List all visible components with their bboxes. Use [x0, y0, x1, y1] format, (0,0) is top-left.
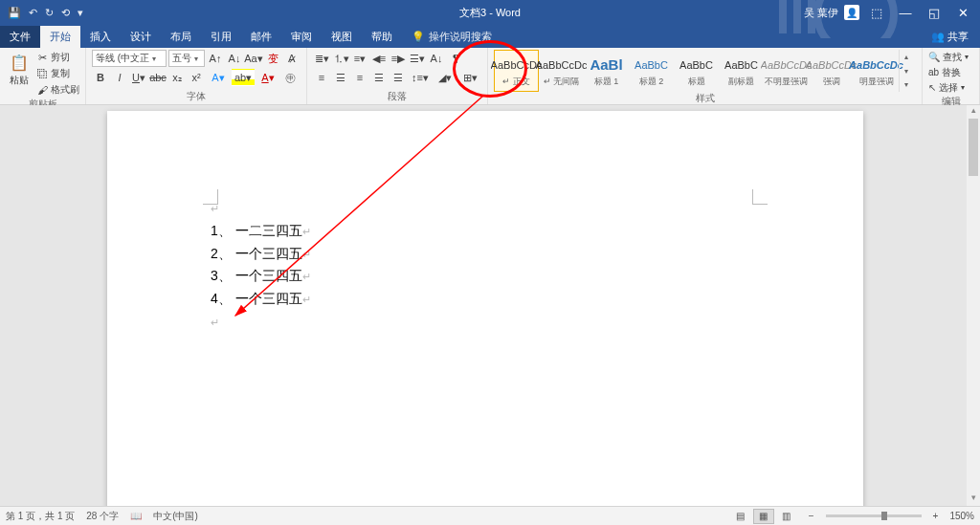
text-effects-button[interactable]: A▾	[207, 69, 230, 86]
tab-help[interactable]: 帮助	[362, 26, 402, 48]
change-case-button[interactable]: Aa▾	[245, 50, 262, 67]
style-title[interactable]: AaBbC 标题	[674, 50, 719, 92]
style-no-spacing[interactable]: AaBbCcDc ↵ 无间隔	[539, 50, 584, 92]
status-words[interactable]: 28 个字	[86, 510, 119, 523]
align-right-button[interactable]: ≡	[351, 69, 368, 86]
style-subtitle[interactable]: AaBbC 副标题	[719, 50, 764, 92]
zoom-in-button[interactable]: +	[933, 511, 939, 521]
copy-button[interactable]: ⿻复制	[35, 66, 79, 81]
document-area: ↵ 1、 一二三四五↵ 2、 一个三四五↵ 3、 一个三四五↵ 4、 一个三四五…	[0, 105, 980, 506]
tell-me-search[interactable]: 💡 操作说明搜索	[402, 26, 501, 48]
gallery-down-icon[interactable]: ▾	[900, 64, 912, 78]
font-size-combo[interactable]: 五号▾	[168, 50, 205, 67]
ribbon-display-icon[interactable]: ⬚	[865, 6, 888, 20]
document-text[interactable]: ↵ 1、 一二三四五↵ 2、 一个三四五↵ 3、 一个三四五↵ 4、 一个三四五…	[211, 197, 760, 334]
view-buttons: ▤ ▦ ▥	[730, 509, 797, 524]
superscript-button[interactable]: x²	[188, 69, 205, 86]
style-normal[interactable]: AaBbCcDc ↵ 正文	[494, 50, 539, 92]
align-left-button[interactable]: ≡	[313, 69, 330, 86]
numbering-button[interactable]: ⒈▾	[332, 50, 349, 67]
tab-references[interactable]: 引用	[201, 26, 241, 48]
status-proofing-icon[interactable]: 📖	[130, 511, 142, 521]
select-button[interactable]: ↖选择▾	[928, 80, 969, 95]
find-button[interactable]: 🔍查找▾	[928, 50, 969, 64]
share-icon: 👥	[931, 31, 947, 42]
tab-review[interactable]: 审阅	[281, 26, 322, 48]
style-subtle-emphasis[interactable]: AaBbCcDc 不明显强调	[764, 50, 809, 92]
zoom-slider[interactable]	[826, 514, 922, 517]
tab-design[interactable]: 设计	[121, 26, 161, 48]
highlight-button[interactable]: ab▾	[232, 69, 255, 86]
asian-layout-button[interactable]: ☰▾	[409, 50, 426, 67]
show-marks-button[interactable]: ¶	[447, 50, 464, 67]
multilevel-button[interactable]: ≡▾	[351, 50, 368, 67]
sort-button[interactable]: A↓	[428, 50, 445, 67]
tab-insert[interactable]: 插入	[80, 26, 121, 48]
scroll-thumb[interactable]	[969, 119, 978, 176]
minimize-button[interactable]: —	[894, 6, 917, 20]
shading-button[interactable]: ◢▾	[434, 69, 457, 86]
close-button[interactable]: ✕	[951, 6, 974, 20]
phonetic-guide-button[interactable]: 变	[264, 50, 281, 67]
borders-button[interactable]: ⊞▾	[458, 69, 481, 86]
style-gallery-more[interactable]: ▴ ▾ ▾	[899, 50, 912, 92]
vertical-scrollbar[interactable]: ▴ ▾	[967, 105, 980, 506]
style-intense-emphasis[interactable]: AaBbCcDc 明显强调	[854, 50, 899, 92]
bold-button[interactable]: B	[92, 69, 109, 86]
scroll-up-icon[interactable]: ▴	[967, 105, 980, 119]
scroll-down-icon[interactable]: ▾	[967, 492, 980, 506]
page[interactable]: ↵ 1、 一二三四五↵ 2、 一个三四五↵ 3、 一个三四五↵ 4、 一个三四五…	[107, 111, 863, 506]
style-heading1[interactable]: AaBl 标题 1	[584, 50, 629, 92]
decrease-indent-button[interactable]: ◀≡	[370, 50, 388, 67]
line-spacing-button[interactable]: ↕≡▾	[409, 69, 432, 86]
tab-file[interactable]: 文件	[0, 26, 40, 48]
gallery-expand-icon[interactable]: ▾	[900, 77, 912, 92]
style-heading2[interactable]: AaBbC 标题 2	[629, 50, 674, 92]
zoom-out-button[interactable]: −	[809, 511, 814, 521]
quick-access-toolbar: 💾 ↶ ↻ ⟲ ▾	[0, 7, 83, 19]
bullets-button[interactable]: ≣▾	[313, 50, 330, 67]
grow-font-button[interactable]: A↑	[207, 50, 224, 67]
replace-button[interactable]: ab替换	[928, 65, 969, 79]
save-icon[interactable]: 💾	[8, 7, 21, 19]
view-read-icon[interactable]: ▤	[730, 509, 751, 524]
distribute-button[interactable]: ☰	[390, 69, 407, 86]
italic-button[interactable]: I	[111, 69, 128, 86]
tab-layout[interactable]: 布局	[161, 26, 201, 48]
status-language[interactable]: 中文(中国)	[153, 510, 198, 523]
view-print-icon[interactable]: ▦	[753, 509, 774, 524]
strikethrough-button[interactable]: abc	[149, 69, 167, 86]
redo-icon[interactable]: ↻	[45, 7, 54, 19]
subscript-button[interactable]: x₂	[168, 69, 186, 86]
undo-icon[interactable]: ↶	[29, 7, 37, 19]
group-clipboard: 📋 粘贴 ✂剪切 ⿻复制 🖌格式刷 剪贴板	[0, 48, 86, 104]
share-button[interactable]: 👥 共享	[920, 26, 980, 48]
zoom-level[interactable]: 150%	[949, 511, 974, 521]
enclose-char-button[interactable]: ㊥	[281, 69, 299, 86]
paste-icon: 📋	[9, 52, 30, 73]
clear-format-button[interactable]: A̷	[283, 50, 301, 67]
paste-button[interactable]: 📋 粘贴	[6, 50, 33, 89]
align-center-button[interactable]: ☰	[332, 69, 349, 86]
status-page[interactable]: 第 1 页，共 1 页	[6, 510, 75, 523]
avatar-icon[interactable]: 👤	[844, 5, 859, 20]
tab-home[interactable]: 开始	[40, 26, 80, 48]
qat-customize-icon[interactable]: ▾	[78, 7, 83, 19]
tab-mail[interactable]: 邮件	[241, 26, 281, 48]
gallery-up-icon[interactable]: ▴	[900, 50, 912, 64]
cut-button[interactable]: ✂剪切	[35, 50, 79, 65]
maximize-button[interactable]: ◱	[923, 6, 946, 20]
shrink-font-button[interactable]: A↓	[226, 50, 243, 67]
underline-button[interactable]: U▾	[130, 69, 147, 86]
qat-sync-icon[interactable]: ⟲	[61, 7, 70, 19]
style-emphasis[interactable]: AaBbCcDc 强调	[809, 50, 854, 92]
view-web-icon[interactable]: ▥	[776, 509, 797, 524]
format-painter-button[interactable]: 🖌格式刷	[35, 82, 79, 98]
tab-view[interactable]: 视图	[322, 26, 362, 48]
replace-icon: ab	[928, 67, 939, 77]
user-name[interactable]: 吴 葉伊	[804, 6, 838, 20]
increase-indent-button[interactable]: ≡▶	[390, 50, 407, 67]
font-color-button[interactable]: A▾	[256, 69, 279, 86]
font-name-combo[interactable]: 等线 (中文正▾	[92, 50, 167, 67]
justify-button[interactable]: ☰	[370, 69, 388, 86]
